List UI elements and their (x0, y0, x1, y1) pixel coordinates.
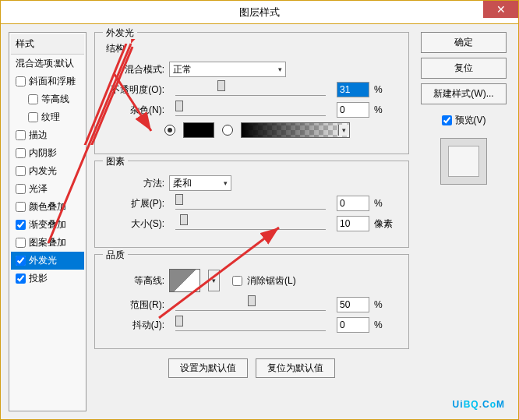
chevron-down-icon: ▾ (278, 65, 282, 73)
style-color-overlay[interactable]: 颜色叠加 (11, 198, 84, 216)
pattern-overlay-checkbox[interactable] (16, 238, 26, 248)
preview-toggle[interactable]: 预览(V) (442, 114, 486, 127)
size-slider[interactable] (175, 217, 326, 230)
jitter-label: 抖动(J): (106, 319, 164, 332)
color-swatch[interactable] (183, 122, 214, 138)
inner-glow-checkbox[interactable] (16, 166, 26, 176)
noise-label: 杂色(N): (106, 104, 164, 117)
close-button[interactable]: ✕ (483, 1, 518, 18)
texture-checkbox[interactable] (28, 112, 38, 122)
noise-unit: % (374, 104, 397, 115)
elements-title: 图素 (103, 155, 128, 168)
jitter-slider[interactable] (175, 319, 326, 331)
color-solid-radio[interactable] (164, 125, 175, 136)
watermark: UiBQ.CoM (453, 392, 505, 412)
quality-fieldset: 品质 等高线: ▾ 消除锯齿(L) 范围(R): % 抖动(J): (94, 254, 409, 349)
spread-unit: % (374, 198, 397, 209)
outer-glow-fieldset: 外发光 结构 混合模式: 正常▾ 不透明度(O): % 杂色(N): % (94, 32, 409, 154)
style-bevel[interactable]: 斜面和浮雕 (11, 72, 84, 90)
spread-label: 扩展(P): (106, 197, 164, 210)
antialias-label: 消除锯齿(L) (247, 274, 296, 288)
range-slider[interactable] (175, 298, 326, 311)
size-input[interactable] (337, 216, 369, 231)
chevron-down-icon: ▾ (338, 125, 349, 136)
reset-default-button[interactable]: 复位为默认值 (256, 358, 335, 378)
blend-mode-label: 混合模式: (106, 63, 164, 76)
style-drop-shadow[interactable]: 投影 (11, 270, 84, 288)
layer-style-dialog: 图层样式 ✕ 样式 混合选项:默认 斜面和浮雕 等高线 纹理 描边 内阴影 内发… (0, 0, 519, 420)
style-inner-glow[interactable]: 内发光 (11, 162, 84, 180)
elements-fieldset: 图素 方法: 柔和▾ 扩展(P): % 大小(S): 像素 (94, 161, 409, 248)
blend-mode-select[interactable]: 正常▾ (169, 62, 286, 77)
color-overlay-checkbox[interactable] (16, 202, 26, 212)
styles-list: 样式 混合选项:默认 斜面和浮雕 等高线 纹理 描边 内阴影 内发光 光泽 颜色… (9, 32, 86, 411)
antialias-checkbox[interactable] (232, 276, 242, 286)
styles-header: 样式 (11, 34, 84, 55)
chevron-down-icon[interactable]: ▾ (208, 270, 220, 291)
style-satin[interactable]: 光泽 (11, 180, 84, 198)
preview-box (440, 138, 487, 185)
opacity-unit: % (374, 84, 397, 95)
stroke-checkbox[interactable] (16, 130, 26, 140)
spread-input[interactable] (337, 196, 369, 211)
bevel-checkbox[interactable] (16, 76, 26, 86)
style-contour[interactable]: 等高线 (11, 90, 84, 108)
dialog-title: 图层样式 (239, 5, 280, 19)
technique-select[interactable]: 柔和▾ (169, 175, 231, 191)
noise-input[interactable] (337, 102, 369, 118)
structure-title: 结构 (106, 42, 397, 55)
range-input[interactable] (337, 297, 369, 312)
opacity-slider[interactable] (175, 83, 326, 96)
settings-panel: 外发光 结构 混合模式: 正常▾ 不透明度(O): % 杂色(N): % (94, 32, 409, 411)
gradient-picker[interactable]: ▾ (241, 122, 350, 138)
jitter-unit: % (374, 319, 397, 330)
titlebar: 图层样式 ✕ (1, 1, 518, 24)
style-stroke[interactable]: 描边 (11, 126, 84, 144)
opacity-input[interactable] (337, 82, 369, 97)
gradient-overlay-checkbox[interactable] (16, 220, 26, 230)
preview-checkbox[interactable] (442, 115, 452, 125)
opacity-label: 不透明度(O): (106, 83, 164, 97)
range-unit: % (374, 299, 397, 310)
style-inner-shadow[interactable]: 内阴影 (11, 144, 84, 162)
chevron-down-icon: ▾ (224, 179, 228, 187)
outer-glow-title: 外发光 (103, 26, 137, 40)
contour-label: 等高线: (106, 274, 164, 288)
inner-shadow-checkbox[interactable] (16, 148, 26, 158)
new-style-button[interactable]: 新建样式(W)... (421, 83, 507, 104)
contour-picker[interactable] (169, 269, 200, 292)
technique-label: 方法: (106, 177, 164, 190)
outer-glow-checkbox[interactable] (16, 256, 26, 266)
color-gradient-radio[interactable] (222, 125, 233, 136)
action-panel: 确定 复位 新建样式(W)... 预览(V) (417, 32, 510, 411)
jitter-input[interactable] (337, 317, 369, 333)
spread-slider[interactable] (175, 197, 326, 210)
quality-title: 品质 (103, 249, 128, 262)
drop-shadow-checkbox[interactable] (16, 274, 26, 284)
style-pattern-overlay[interactable]: 图案叠加 (11, 234, 84, 252)
style-outer-glow[interactable]: 外发光 (11, 252, 84, 270)
satin-checkbox[interactable] (16, 184, 26, 194)
contour-checkbox[interactable] (28, 94, 38, 104)
range-label: 范围(R): (106, 298, 164, 312)
style-gradient-overlay[interactable]: 渐变叠加 (11, 216, 84, 234)
blend-options-default[interactable]: 混合选项:默认 (11, 55, 84, 72)
reset-button[interactable]: 复位 (421, 58, 507, 79)
style-texture[interactable]: 纹理 (11, 108, 84, 126)
ok-button[interactable]: 确定 (421, 32, 507, 53)
size-label: 大小(S): (106, 217, 164, 231)
size-unit: 像素 (374, 217, 397, 231)
set-default-button[interactable]: 设置为默认值 (168, 358, 248, 378)
noise-slider[interactable] (175, 104, 326, 116)
